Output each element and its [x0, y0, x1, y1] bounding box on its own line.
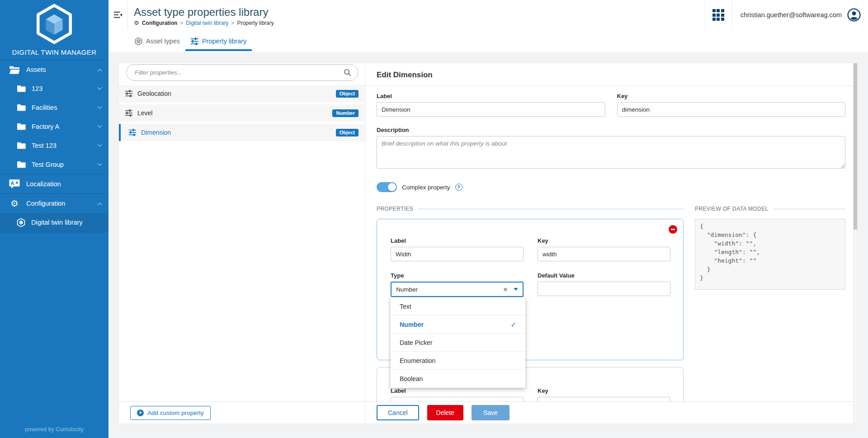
title-block: Asset type properties library ⚙ Configur…: [127, 4, 274, 26]
vertical-scrollbar[interactable]: [853, 63, 857, 424]
sidebar-item-test-group[interactable]: Test Group: [0, 155, 108, 174]
save-button[interactable]: Save: [472, 405, 509, 420]
brand-block: DIGITAL TWIN MANAGER: [0, 0, 108, 60]
chevron-down-icon: [98, 142, 102, 146]
chevron-down-icon: [98, 85, 102, 89]
type-dropdown-menu: Text Number ✓: [391, 297, 525, 388]
list-footer: + Add custom property: [119, 401, 365, 424]
option-boolean[interactable]: Boolean: [391, 370, 525, 388]
key-input[interactable]: [617, 102, 846, 117]
description-field-group: Description: [377, 127, 845, 170]
sidebar-item-factory-a[interactable]: Factory A: [0, 117, 108, 136]
content-area: Geolocation Object Level Number: [108, 53, 868, 438]
sidebar-item-digital-twin-library[interactable]: Digital twin library: [0, 213, 108, 232]
sidebar-item-localization[interactable]: A Localization: [0, 174, 108, 193]
description-field-label: Description: [377, 127, 845, 133]
card-label-group: Label: [391, 387, 524, 401]
property-label-input[interactable]: [391, 397, 524, 401]
folder-icon: [17, 85, 26, 92]
nav-divider: [0, 232, 108, 232]
breadcrumb: ⚙ Configuration > Digital twin library >…: [134, 20, 274, 26]
sidebar-item-configuration[interactable]: ⚙ Configuration: [0, 194, 108, 213]
default-value-input[interactable]: [538, 282, 670, 296]
remove-property-icon[interactable]: [669, 225, 677, 234]
property-key-input[interactable]: [538, 247, 670, 261]
card-key-group: Key: [538, 387, 670, 401]
sidebar-item-facilities[interactable]: Facilities: [0, 98, 108, 117]
list-item-dimension[interactable]: Dimension Object: [119, 124, 365, 141]
breadcrumb-root: Configuration: [142, 20, 178, 26]
sliders-icon: [125, 90, 132, 97]
tab-bar: Asset types Property library: [108, 30, 868, 53]
collapse-sidebar-icon[interactable]: [108, 0, 127, 30]
gear-icon: ⚙: [9, 199, 20, 208]
app-name: DIGITAL TWIN MANAGER: [12, 48, 97, 56]
sidebar-item-123[interactable]: 123: [0, 79, 108, 98]
preview-section-heading: PREVIEW OF DATA MODEL: [695, 206, 845, 212]
key-field-group: Key: [617, 93, 846, 117]
tab-property-library[interactable]: Property library: [185, 30, 252, 52]
sliders-icon: [129, 129, 136, 136]
property-list-panel: Geolocation Object Level Number: [119, 63, 365, 424]
card-label-group: Label: [391, 237, 524, 261]
clear-icon[interactable]: ×: [503, 286, 508, 293]
property-key-input[interactable]: [538, 397, 670, 401]
scrollbar-thumb[interactable]: [854, 63, 857, 230]
app-window: DIGITAL TWIN MANAGER Assets 123: [0, 0, 868, 438]
type-badge: Number: [332, 109, 359, 117]
localization-icon: A: [9, 179, 20, 189]
sliders-icon: [191, 38, 198, 45]
help-icon[interactable]: ?: [455, 184, 462, 191]
list-item-level[interactable]: Level Number: [119, 104, 365, 122]
type-badge: Object: [336, 129, 359, 137]
main-area: Asset type properties library ⚙ Configur…: [108, 0, 868, 438]
preview-json: { "dimension": { "width": "", "length": …: [700, 222, 840, 282]
breadcrumb-link-digital-twin-library[interactable]: Digital twin library: [186, 20, 228, 26]
add-custom-property-button[interactable]: + Add custom property: [130, 406, 211, 420]
option-number[interactable]: Number ✓: [391, 316, 525, 334]
plus-icon: +: [137, 410, 144, 416]
option-enumeration[interactable]: Enumeration: [391, 352, 525, 370]
data-model-preview: { "dimension": { "width": "", "length": …: [695, 219, 845, 290]
tab-asset-types[interactable]: Asset types: [129, 30, 185, 52]
description-textarea[interactable]: [377, 136, 845, 169]
delete-button[interactable]: Delete: [427, 405, 463, 420]
label-input[interactable]: [377, 102, 605, 117]
list-item-geolocation[interactable]: Geolocation Object: [119, 85, 365, 102]
cancel-button[interactable]: Cancel: [377, 405, 419, 420]
user-menu[interactable]: christian.guether@softwareag.com: [732, 8, 868, 22]
form-footer: Cancel Delete Save: [365, 401, 857, 424]
edit-form: Edit Dimension Label Key: [365, 63, 857, 401]
chevron-down-icon: [98, 161, 102, 165]
breadcrumb-current: Property library: [237, 20, 274, 26]
chevron-down-icon: [98, 104, 102, 108]
top-header: Asset type properties library ⚙ Configur…: [108, 0, 868, 30]
chevron-up-icon: [98, 69, 102, 73]
folder-icon: [17, 142, 26, 149]
complex-property-toggle[interactable]: [377, 182, 397, 192]
form-heading: Edit Dimension: [377, 71, 845, 80]
preview-column: PREVIEW OF DATA MODEL { "dimension": { "…: [695, 206, 845, 290]
check-icon: ✓: [510, 320, 516, 329]
breadcrumb-gear-icon: ⚙: [134, 20, 139, 26]
sidebar-item-test-123[interactable]: Test 123: [0, 136, 108, 155]
properties-section-heading: PROPERTIES: [377, 206, 684, 212]
label-field-group: Label: [377, 93, 605, 117]
folder-open-icon: [9, 66, 20, 74]
app-switcher-icon[interactable]: [704, 0, 732, 30]
user-avatar-icon: [847, 8, 861, 22]
sidebar-item-assets[interactable]: Assets: [0, 60, 108, 79]
property-list: Geolocation Object Level Number: [119, 63, 365, 401]
workspace: Geolocation Object Level Number: [119, 63, 857, 424]
option-text[interactable]: Text: [391, 297, 525, 316]
option-date-picker[interactable]: Date Picker: [391, 334, 525, 352]
type-select[interactable]: Number × Text: [391, 282, 524, 297]
page-title: Asset type properties library: [134, 6, 274, 18]
sidebar: DIGITAL TWIN MANAGER Assets 123: [0, 0, 108, 438]
property-label-input[interactable]: [391, 247, 524, 261]
chevron-up-icon: [98, 203, 102, 207]
header-right: christian.guether@softwareag.com: [704, 0, 868, 30]
card-key-group: Key: [538, 237, 670, 261]
search-input[interactable]: [134, 69, 344, 76]
property-card-width: Label Key: [377, 219, 684, 360]
